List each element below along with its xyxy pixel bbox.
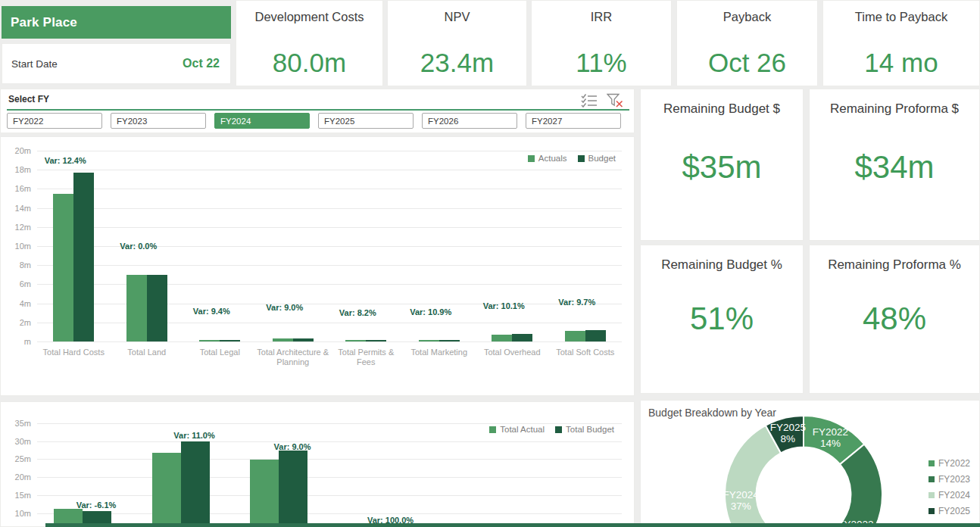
legend-label: Total Budget — [566, 425, 614, 434]
kpi-card-irr: IRR 11% — [531, 0, 672, 86]
y-axis-tick-label: 20m — [1, 146, 31, 155]
bar-actuals[interactable] — [273, 338, 293, 341]
variance-annotation: Var: 9.7% — [535, 298, 619, 307]
slicer-underline — [7, 109, 629, 111]
gridline — [37, 423, 622, 424]
remaining-proforma-percent-card: Remaining Proforma % 48% — [809, 245, 980, 394]
bar-actuals[interactable] — [345, 340, 366, 341]
stat-value: 48% — [863, 273, 926, 393]
budget-breakdown-card: FY202214%FY202341%FY202437%FY20258% Budg… — [640, 400, 980, 527]
kpi-label: Payback — [723, 10, 771, 24]
legend-swatch — [489, 426, 496, 433]
gridline — [37, 265, 622, 266]
donut-legend-item-fy2022[interactable]: FY2022 — [929, 458, 970, 469]
cost-variance-chart: m2m4m6m8m10m12m14m16m18m20mTotal Hard Co… — [0, 136, 635, 396]
dashboard: Park Place Start Date Oct 22 Development… — [0, 0, 980, 527]
legend-swatch — [929, 476, 935, 482]
slicer-option-fy2027[interactable]: FY2027 — [526, 113, 621, 129]
bar-budget[interactable] — [293, 338, 314, 341]
legend-label: Budget — [588, 154, 616, 163]
y-axis-tick-label: 16m — [1, 184, 31, 193]
slicer-option-fy2024[interactable]: FY2024 — [214, 113, 310, 129]
donut-legend: FY2022FY2023FY2024FY2025 — [929, 458, 970, 516]
stat-value: $34m — [854, 117, 934, 240]
kpi-value: 80.0m — [273, 48, 346, 78]
slicer-option-fy2026[interactable]: FY2026 — [422, 113, 517, 129]
bar-total-actual[interactable] — [250, 460, 279, 527]
bar-budget[interactable] — [585, 330, 606, 341]
x-category-label: Total Hard Costs — [37, 348, 110, 357]
kpi-card-npv: NPV 23.4m — [387, 0, 527, 86]
remaining-budget-percent-card: Remaining Budget % 51% — [640, 245, 804, 394]
bar-actuals[interactable] — [565, 331, 585, 341]
donut-legend-item-fy2024[interactable]: FY2024 — [929, 490, 970, 500]
stat-label: Remaining Proforma $ — [830, 101, 959, 117]
donut-legend-item-fy2023[interactable]: FY2023 — [929, 474, 970, 485]
bar-actuals[interactable] — [199, 340, 220, 341]
gridline — [37, 208, 622, 209]
x-category-label: Total Land — [111, 348, 183, 357]
bar-budget[interactable] — [439, 340, 460, 341]
kpi-value: 11% — [576, 48, 626, 78]
kpi-value: 23.4m — [420, 48, 494, 78]
gridline — [37, 284, 622, 285]
bar-total-budget[interactable] — [181, 441, 210, 527]
bar-budget[interactable] — [73, 173, 94, 341]
bar-actuals[interactable] — [126, 275, 147, 341]
bar-budget[interactable] — [512, 334, 532, 341]
bar-actuals[interactable] — [419, 340, 439, 341]
gridline — [37, 341, 622, 342]
legend-item-total-actual[interactable]: Total Actual — [489, 425, 545, 434]
legend-item-actuals[interactable]: Actuals — [528, 154, 567, 163]
bar-budget[interactable] — [147, 275, 167, 341]
variance-annotation: Var: -6.1% — [55, 500, 138, 510]
variance-annotation: Var: 11.0% — [153, 431, 236, 440]
variance-annotation: Var: 12.4% — [23, 156, 107, 165]
kpi-card-development-costs: Development Costs 80.0m — [236, 0, 383, 86]
legend-item-total-budget[interactable]: Total Budget — [555, 425, 614, 434]
bar-total-actual[interactable] — [152, 453, 181, 527]
gridline — [37, 227, 622, 228]
gridline — [37, 170, 622, 170]
bar-budget[interactable] — [220, 340, 240, 341]
gridline — [37, 151, 622, 151]
y-axis-tick-label: m — [1, 337, 31, 346]
stat-label: Remaining Proforma % — [828, 257, 961, 273]
kpi-label: Development Costs — [255, 10, 364, 24]
gridline — [37, 189, 622, 189]
stat-label: Remaining Budget $ — [663, 101, 780, 117]
legend-item-budget[interactable]: Budget — [578, 154, 616, 163]
bar-total-budget[interactable] — [279, 451, 307, 527]
variance-annotation: Var: 8.2% — [316, 308, 399, 317]
y-axis-tick-label: 10m — [1, 509, 31, 518]
slicer-option-fy2022[interactable]: FY2022 — [7, 113, 102, 129]
legend-swatch — [929, 508, 935, 514]
slicer-option-fy2025[interactable]: FY2025 — [318, 113, 414, 129]
variance-annotation: Var: 10.1% — [462, 301, 545, 310]
start-date-label: Start Date — [11, 58, 58, 70]
legend-swatch — [528, 155, 535, 162]
slicer-option-fy2023[interactable]: FY2023 — [111, 113, 206, 129]
y-axis-tick-label: 35m — [1, 419, 31, 428]
bar-actuals[interactable] — [53, 194, 73, 341]
bar-budget[interactable] — [366, 340, 386, 341]
variance-annotation: Var: 10.9% — [389, 307, 473, 317]
donut-legend-item-fy2025[interactable]: FY2025 — [929, 506, 970, 516]
variance-annotation: Var: 9.4% — [170, 307, 253, 316]
clear-filter-icon[interactable] — [607, 93, 623, 108]
legend-swatch — [578, 155, 585, 162]
gridline — [37, 477, 622, 478]
bar-actuals[interactable] — [492, 335, 512, 341]
legend-swatch — [929, 460, 935, 466]
multi-select-icon[interactable] — [581, 93, 598, 108]
gridline — [37, 459, 622, 460]
kpi-value: Oct 26 — [708, 48, 786, 78]
start-date-value: Oct 22 — [183, 57, 220, 70]
start-date-card: Start Date Oct 22 — [2, 43, 231, 84]
y-axis-tick-label: 25m — [1, 454, 31, 463]
x-category-label: Total Soft Costs — [549, 348, 622, 357]
project-title: Park Place — [11, 15, 77, 30]
x-category-label: Total Legal — [183, 348, 256, 357]
y-axis-tick-label: 10m — [1, 242, 31, 251]
legend-label: FY2025 — [938, 506, 970, 516]
